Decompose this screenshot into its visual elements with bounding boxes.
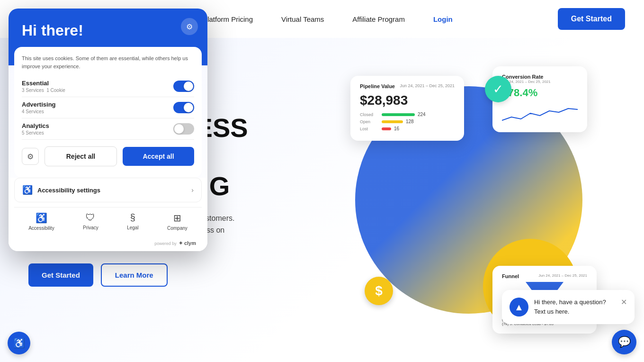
funnel-label: Funnel xyxy=(502,273,519,279)
pipeline-card: Pipeline Value Jun 24, 2021 – Dec 25, 20… xyxy=(350,76,464,141)
cookie-modal: Hi there! ⚙ This site uses cookies. Some… xyxy=(9,9,207,251)
nav-links: Platform Pricing Virtual Teams Affiliate… xyxy=(203,15,453,23)
legal-nav-label: Legal xyxy=(127,225,138,230)
pipeline-row-closed: Closed 224 xyxy=(360,112,455,117)
accept-all-button[interactable]: Accept all xyxy=(123,147,194,166)
company-nav-label: Company xyxy=(167,226,188,231)
essential-toggle[interactable] xyxy=(173,81,194,92)
modal-footer: ♿ Accessibility settings › ♿ Accessibili… xyxy=(9,178,207,251)
nav-get-started-button[interactable]: Get Started xyxy=(558,8,625,30)
nav-legal[interactable]: § Legal xyxy=(127,212,138,231)
pipeline-value: $28,983 xyxy=(360,93,455,108)
conversion-chart xyxy=(502,104,578,123)
modal-actions: ⚙ Reject all Accept all xyxy=(22,140,194,170)
cookie-item-analytics: Analytics 5 Services xyxy=(22,118,194,140)
pipeline-row-lost: Lost 16 xyxy=(360,126,455,131)
checkmark-badge: ✓ xyxy=(485,76,511,102)
accessibility-label: Accessibility settings xyxy=(37,187,100,194)
nav-accessibility[interactable]: ♿ Accessibility xyxy=(28,212,54,231)
powered-by: powered by ✦ clym xyxy=(14,237,202,251)
pipeline-date: Jun 24, 2021 – Dec 25, 2021 xyxy=(400,83,455,88)
accessibility-nav-icon: ♿ xyxy=(36,212,47,224)
accessibility-button[interactable]: ♿ xyxy=(8,332,30,354)
chat-button[interactable]: 💬 xyxy=(612,330,636,354)
chevron-right-icon: › xyxy=(191,186,194,194)
analytics-toggle[interactable] xyxy=(173,123,194,135)
company-nav-icon: ⊞ xyxy=(173,212,181,224)
nav-company[interactable]: ⊞ Company xyxy=(167,212,188,231)
chat-message: Hi there, have a question? Text us here. xyxy=(534,298,615,316)
clym-logo: ✦ clym xyxy=(179,240,196,246)
dollar-coin: $ xyxy=(365,277,393,305)
conversion-card: Conversion Rate Jun 24, 2021 – Dec 25, 2… xyxy=(492,66,587,132)
nav-virtual-teams[interactable]: Virtual Teams xyxy=(281,15,324,23)
modal-settings-button[interactable]: ⚙ xyxy=(181,18,198,35)
accessibility-nav-label: Accessibility xyxy=(28,226,54,231)
modal-body: This site uses cookies. Some of them are… xyxy=(14,47,202,178)
hero-learn-more-button[interactable]: Learn More xyxy=(101,263,168,287)
conversion-date: Jun 24, 2021 – Dec 25, 2021 xyxy=(502,80,578,84)
modal-description: This site uses cookies. Some of them are… xyxy=(22,54,194,70)
privacy-nav-icon: 🛡 xyxy=(86,212,95,223)
chat-close-button[interactable]: ✕ xyxy=(621,298,627,307)
analytics-name: Analytics xyxy=(22,122,49,129)
conversion-value: +78.4% xyxy=(502,87,578,99)
cookie-item-essential: Essential 3 Services 1 Cookie xyxy=(22,76,194,97)
funnel-date: Jun 24, 2021 – Dec 25, 2021 xyxy=(538,273,587,279)
essential-count: 3 Services 1 Cookie xyxy=(22,88,65,93)
pipeline-label: Pipeline Value xyxy=(360,83,395,89)
accessibility-row[interactable]: ♿ Accessibility settings › xyxy=(14,178,202,202)
nav-affiliate-program[interactable]: Affiliate Program xyxy=(352,15,405,23)
nav-privacy[interactable]: 🛡 Privacy xyxy=(83,212,98,231)
pipeline-row-open: Open 128 xyxy=(360,119,455,124)
conversion-label: Conversion Rate xyxy=(502,74,543,80)
advertising-count: 4 Services xyxy=(22,109,56,114)
nav-login[interactable]: Login xyxy=(433,15,453,23)
modal-gear-button[interactable]: ⚙ xyxy=(22,148,39,165)
chat-popup: ▲ Hi there, have a question? Text us her… xyxy=(502,290,635,324)
accessibility-icon: ♿ xyxy=(22,185,33,195)
chat-avatar: ▲ xyxy=(510,298,528,317)
chat-icon: 💬 xyxy=(618,336,631,348)
modal-title: Hi there! xyxy=(22,22,194,39)
accessibility-btn-icon: ♿ xyxy=(13,337,25,349)
privacy-nav-label: Privacy xyxy=(83,225,98,230)
cookie-item-advertising: Advertising 4 Services xyxy=(22,97,194,118)
pipeline-rows: Closed 224 Open 128 Lost 16 xyxy=(360,112,455,131)
advertising-name: Advertising xyxy=(22,101,56,108)
modal-bottom-nav: ♿ Accessibility 🛡 Privacy § Legal ⊞ Comp… xyxy=(14,207,202,237)
reject-all-button[interactable]: Reject all xyxy=(45,146,117,166)
chat-avatar-icon: ▲ xyxy=(514,302,524,313)
hero-buttons: Get Started Learn More xyxy=(28,263,322,287)
hero-get-started-button[interactable]: Get Started xyxy=(28,263,93,287)
legal-nav-icon: § xyxy=(130,212,135,223)
modal-header: Hi there! ⚙ xyxy=(9,9,207,47)
nav-platform-pricing[interactable]: Platform Pricing xyxy=(203,15,253,23)
analytics-count: 5 Services xyxy=(22,130,49,136)
essential-name: Essential xyxy=(22,80,65,87)
advertising-toggle[interactable] xyxy=(173,102,194,113)
